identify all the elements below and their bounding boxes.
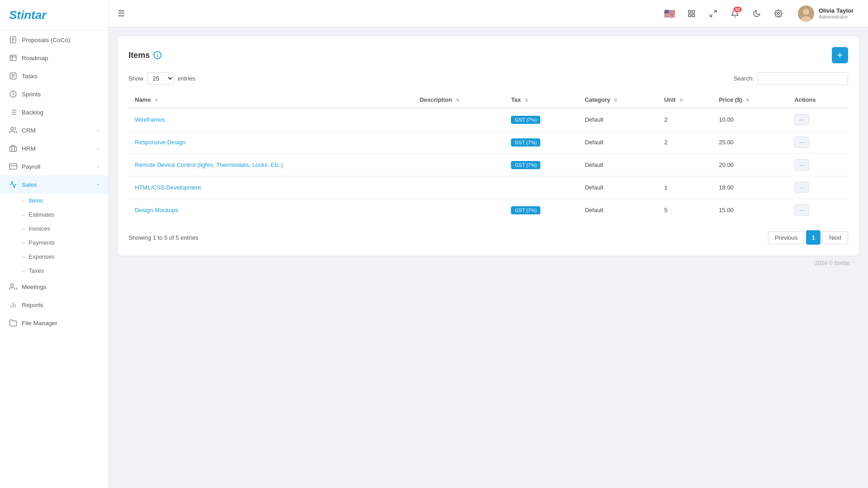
sidebar-label-reports: Reports: [22, 302, 43, 308]
row-actions-button-0[interactable]: ···: [794, 114, 809, 125]
apps-button[interactable]: [684, 6, 699, 21]
sidebar-item-roadmap[interactable]: Roadmap: [0, 49, 108, 67]
sort-price-icon: ⇅: [746, 98, 749, 103]
row-actions-button-3[interactable]: ···: [794, 182, 809, 193]
sort-unit-icon: ⇅: [679, 98, 683, 103]
sidebar-item-payments[interactable]: Payments: [22, 236, 108, 250]
gear-icon: [774, 9, 782, 18]
flag-icon: 🇺🇸: [664, 8, 675, 19]
tax-badge-1: GST (7%): [511, 138, 540, 147]
sidebar-item-sales[interactable]: Sales ›: [0, 175, 108, 194]
cell-price-1: 25.00: [713, 131, 788, 154]
sort-name-icon: ▼: [154, 98, 159, 103]
sidebar-item-reports[interactable]: Reports: [0, 296, 108, 314]
cell-unit-3: 1: [658, 176, 713, 199]
sidebar-item-tasks[interactable]: Tasks: [0, 67, 108, 85]
col-price[interactable]: Price ($) ⇅: [713, 92, 788, 108]
svg-rect-19: [10, 147, 17, 152]
cell-name-0: Wireframes: [129, 108, 413, 131]
tax-badge-2: GST (7%): [511, 161, 540, 169]
avatar: [798, 5, 814, 22]
logo: Stintar: [0, 0, 108, 31]
table-header-row: Name ▼ Description ⇅ Tax ⇅ Category: [129, 92, 848, 108]
cell-name-1: Responsive Design: [129, 131, 413, 154]
row-actions-button-2[interactable]: ···: [794, 159, 809, 171]
sidebar-item-payroll[interactable]: Payroll ›: [0, 157, 108, 175]
sales-icon: [9, 180, 17, 189]
current-page[interactable]: 1: [806, 230, 820, 245]
row-actions-button-4[interactable]: ···: [794, 204, 809, 216]
sidebar-label-payroll: Payroll: [22, 163, 40, 170]
entries-select[interactable]: 10 25 50 100: [147, 72, 174, 85]
sidebar-item-items[interactable]: Items: [22, 194, 108, 208]
table-controls: Show 10 25 50 100 entries Search:: [129, 72, 848, 85]
sidebar-item-taxes[interactable]: Taxes: [22, 264, 108, 278]
settings-button[interactable]: [771, 6, 786, 21]
cell-price-0: 10.00: [713, 108, 788, 131]
grid-icon: [687, 9, 696, 18]
row-actions-button-1[interactable]: ···: [794, 137, 809, 148]
language-selector[interactable]: 🇺🇸: [662, 6, 677, 21]
sidebar-item-hrm[interactable]: HRM ›: [0, 139, 108, 157]
sidebar: Stintar Proposals (CoCo) Roadmap Tasks S…: [0, 0, 109, 488]
sidebar-label-hrm: HRM: [22, 145, 36, 152]
cell-tax-4: GST (7%): [505, 199, 578, 222]
user-profile[interactable]: Olivia Taylor Administrator: [792, 3, 859, 24]
cell-tax-2: GST (7%): [505, 154, 578, 176]
expenses-label: Expenses: [29, 253, 54, 260]
cell-cat-1: Default: [578, 131, 658, 154]
sidebar-item-estimates[interactable]: Estimates: [22, 208, 108, 222]
sidebar-label-proposals: Proposals (CoCo): [22, 37, 70, 43]
expand-button[interactable]: [706, 6, 721, 21]
svg-rect-26: [688, 10, 691, 13]
cell-unit-1: 2: [658, 131, 713, 154]
search-label: Search:: [734, 75, 754, 82]
cell-actions-0: ···: [788, 108, 848, 131]
user-role: Administrator: [819, 14, 854, 19]
sales-submenu: Items Estimates Invoices Payments Expens…: [0, 194, 108, 278]
sidebar-item-meetings[interactable]: Meetings: [0, 278, 108, 296]
sidebar-label-crm: CRM: [22, 127, 36, 134]
col-tax[interactable]: Tax ⇅: [505, 92, 578, 108]
items-label: Items: [29, 197, 43, 204]
next-button[interactable]: Next: [822, 231, 848, 244]
items-card: Items i + Show 10 25 50 100 entries: [118, 36, 859, 256]
col-category[interactable]: Category ⇅: [578, 92, 658, 108]
hrm-icon: [9, 144, 17, 152]
cell-desc-2: [413, 154, 505, 176]
col-unit[interactable]: Unit ⇅: [658, 92, 713, 108]
notification-button[interactable]: 52: [727, 6, 743, 21]
sidebar-item-crm[interactable]: CRM ›: [0, 121, 108, 139]
sidebar-item-expenses[interactable]: Expenses: [22, 250, 108, 264]
col-description[interactable]: Description ⇅: [413, 92, 505, 108]
card-title-area: Items i: [129, 51, 162, 60]
menu-toggle[interactable]: ☰: [118, 9, 125, 19]
cell-name-3: HTML/CSS Development: [129, 176, 413, 199]
showing-text: Showing 1 to 5 of 5 entries: [129, 234, 198, 241]
cell-tax-1: GST (7%): [505, 131, 578, 154]
cell-unit-4: 5: [658, 199, 713, 222]
sales-arrow: ›: [95, 184, 101, 185]
main-content: Items i + Show 10 25 50 100 entries: [109, 27, 868, 488]
sidebar-item-invoices[interactable]: Invoices: [22, 222, 108, 236]
taxes-label: Taxes: [29, 267, 44, 274]
cell-tax-0: GST (7%): [505, 108, 578, 131]
col-name[interactable]: Name ▼: [129, 92, 413, 108]
cell-name-2: Remote Device Control (lights, Thermosta…: [129, 154, 413, 176]
info-icon[interactable]: i: [153, 51, 162, 59]
cell-cat-0: Default: [578, 108, 658, 131]
moon-icon: [753, 9, 761, 18]
user-info: Olivia Taylor Administrator: [819, 7, 854, 19]
tax-badge-0: GST (7%): [511, 116, 540, 124]
cell-actions-1: ···: [788, 131, 848, 154]
cell-cat-3: Default: [578, 176, 658, 199]
sidebar-item-backlog[interactable]: Backlog: [0, 103, 108, 121]
add-item-button[interactable]: +: [832, 47, 848, 63]
sidebar-item-sprints[interactable]: Sprints: [0, 85, 108, 103]
previous-button[interactable]: Previous: [768, 231, 805, 244]
sidebar-item-proposals[interactable]: Proposals (CoCo): [0, 31, 108, 49]
sidebar-item-file-manager[interactable]: File Manager: [0, 314, 108, 332]
sprints-icon: [9, 90, 17, 98]
dark-mode-toggle[interactable]: [749, 6, 764, 21]
search-input[interactable]: [758, 72, 848, 85]
